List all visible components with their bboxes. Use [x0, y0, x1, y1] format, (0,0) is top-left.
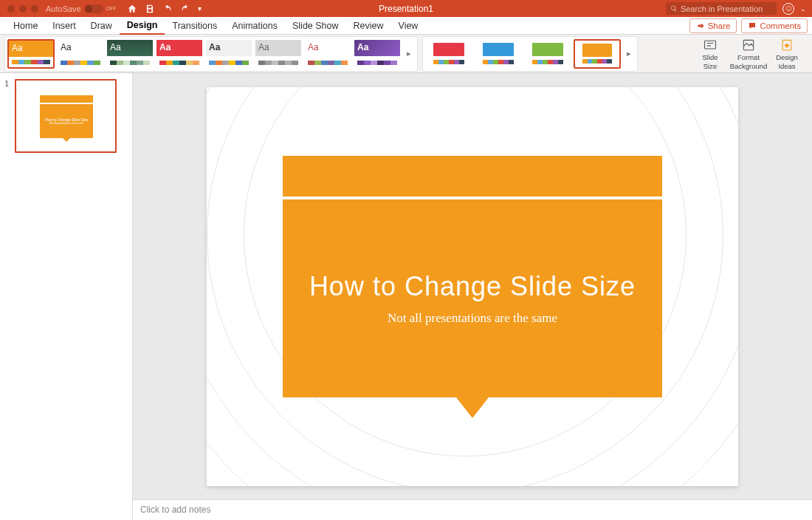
svg-rect-3	[705, 41, 716, 49]
thumbnail-preview[interactable]: How to Change Slide Size Not all present…	[15, 79, 117, 153]
svg-point-0	[786, 6, 791, 11]
tab-insert[interactable]: Insert	[45, 17, 83, 35]
search-box[interactable]	[666, 2, 777, 15]
slide-subtitle[interactable]: Not all presentations are the same	[388, 311, 557, 326]
theme-thumb-5[interactable]: Aa	[255, 39, 302, 69]
save-icon[interactable]	[145, 4, 155, 14]
smiley-icon	[785, 5, 792, 12]
theme-thumb-2[interactable]: Aa	[106, 39, 154, 69]
slide-title[interactable]: How to Change Slide Size	[309, 271, 636, 302]
minimize-window-icon[interactable]	[19, 5, 27, 13]
variant-thumb-2[interactable]	[524, 39, 571, 69]
theme-thumb-4[interactable]: Aa	[205, 39, 252, 69]
slide-canvas[interactable]: How to Change Slide Size Not all present…	[133, 73, 812, 499]
variant-thumb-0[interactable]	[425, 39, 472, 69]
comments-button[interactable]: Comments	[741, 18, 808, 33]
quick-access-toolbar: ▾	[127, 4, 202, 14]
tab-design[interactable]: Design	[120, 17, 165, 35]
theme-thumb-7[interactable]: Aa	[354, 39, 401, 69]
autosave-state: OFF	[106, 6, 117, 11]
search-input[interactable]	[681, 4, 772, 13]
thumbnail-pane: 1 How to Change Slide Size Not all prese…	[0, 73, 133, 520]
format-background-button[interactable]: Format Background	[731, 37, 766, 71]
format-background-icon	[741, 38, 756, 52]
tab-transitions[interactable]: Transitions	[165, 17, 224, 35]
autosave-toggle[interactable]: AutoSave OFF	[46, 4, 117, 13]
title-banner-top	[283, 156, 662, 196]
home-icon[interactable]	[127, 4, 137, 14]
themes-gallery: AaAaAaAaAaAaAaAa▸	[4, 36, 418, 72]
title-banner[interactable]: How to Change Slide Size Not all present…	[283, 199, 662, 397]
comments-label: Comments	[760, 21, 801, 30]
workspace: 1 How to Change Slide Size Not all prese…	[0, 73, 812, 520]
design-tools: Slide Size Format Background Design Idea…	[692, 37, 808, 71]
design-ideas-button[interactable]: Design Ideas	[769, 37, 805, 71]
tab-slide-show[interactable]: Slide Show	[285, 17, 346, 35]
theme-thumb-3[interactable]: Aa	[156, 39, 203, 69]
variants-gallery: ▸	[422, 36, 638, 72]
share-button[interactable]: Share	[689, 18, 737, 33]
variants-more-button[interactable]: ▸	[623, 39, 635, 69]
notes-pane[interactable]: Click to add notes	[133, 499, 812, 520]
search-icon	[670, 4, 678, 13]
thumbnail-index: 1	[4, 79, 12, 153]
variant-thumb-1[interactable]	[475, 39, 522, 69]
slide-size-button[interactable]: Slide Size	[692, 37, 728, 71]
svg-point-2	[789, 7, 790, 8]
titlebar: AutoSave OFF ▾ Presentation1 ⌄	[0, 0, 812, 17]
document-title: Presentation1	[379, 4, 433, 14]
share-icon	[696, 21, 705, 30]
ribbon-design: AaAaAaAaAaAaAaAa▸ ▸ Slide Size Format Ba…	[0, 35, 812, 73]
autosave-switch-icon[interactable]	[84, 4, 103, 13]
redo-icon[interactable]	[180, 4, 190, 14]
tab-view[interactable]: View	[391, 17, 426, 35]
theme-thumb-6[interactable]: Aa	[304, 39, 351, 69]
notes-placeholder: Click to add notes	[140, 504, 210, 515]
ribbon-tabs: HomeInsertDrawDesignTransitionsAnimation…	[0, 17, 812, 35]
design-ideas-icon	[780, 38, 794, 52]
slide[interactable]: How to Change Slide Size Not all present…	[207, 87, 738, 486]
qat-overflow-icon[interactable]: ▾	[198, 4, 202, 13]
comment-icon	[748, 21, 757, 30]
share-label: Share	[708, 21, 731, 30]
theme-thumb-1[interactable]: Aa	[57, 39, 104, 69]
tab-review[interactable]: Review	[346, 17, 391, 35]
autosave-label: AutoSave	[46, 4, 81, 13]
svg-point-1	[788, 7, 788, 8]
slide-thumbnail[interactable]: 1 How to Change Slide Size Not all prese…	[4, 79, 128, 153]
variant-thumb-3[interactable]	[574, 39, 621, 69]
tab-animations[interactable]: Animations	[224, 17, 285, 35]
undo-icon[interactable]	[162, 4, 173, 14]
theme-thumb-0[interactable]: Aa	[7, 39, 55, 69]
user-menu[interactable]	[782, 3, 794, 15]
tab-home[interactable]: Home	[6, 17, 45, 35]
tab-draw[interactable]: Draw	[83, 17, 120, 35]
editor-area: How to Change Slide Size Not all present…	[133, 73, 812, 520]
close-window-icon[interactable]	[7, 5, 15, 13]
window-controls[interactable]	[7, 5, 38, 13]
slide-size-icon	[703, 38, 718, 52]
maximize-window-icon[interactable]	[31, 5, 38, 13]
user-menu-chevron-icon[interactable]: ⌄	[800, 5, 806, 13]
themes-more-button[interactable]: ▸	[403, 39, 415, 69]
